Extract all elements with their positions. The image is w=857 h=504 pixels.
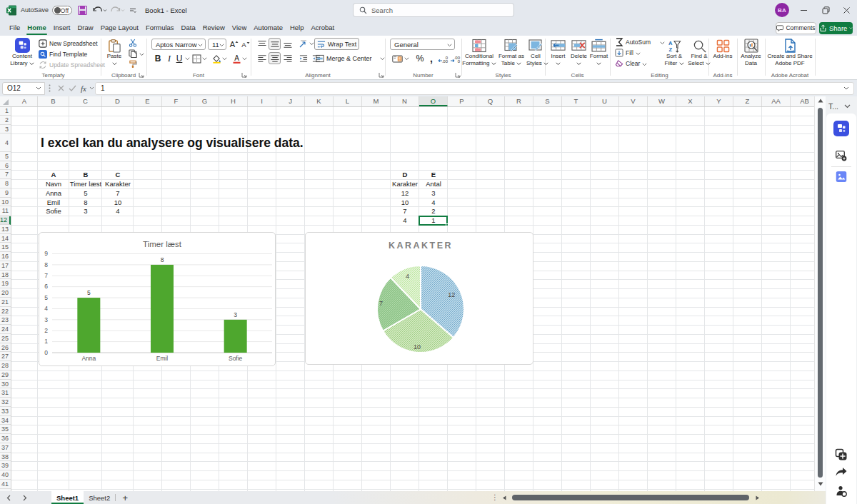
fill-color-button-chevron-icon[interactable] [221,53,228,64]
align-bottom-button[interactable] [281,38,294,50]
row-header-40[interactable]: 40 [0,471,11,480]
row-header-34[interactable]: 34 [0,417,11,425]
create-share-adobe-pdf-button[interactable]: Create and ShareAdobe PDF [756,37,824,67]
row-header-6[interactable]: 6 [0,162,11,171]
row-header-1[interactable]: 1 [0,107,11,116]
cell-C11[interactable]: 3 [69,207,102,216]
clear-button[interactable]: Clear [615,59,647,68]
scroll-down-icon[interactable] [818,482,823,486]
underline-button[interactable]: U [174,53,184,64]
sheet-tab-sheet2[interactable]: Sheet2 [84,491,115,504]
column-header-A[interactable]: A [11,96,38,106]
ribbon-tab-page-layout[interactable]: Page Layout [97,20,142,36]
add-ins-button[interactable]: Add-ins [709,37,736,60]
font-name-select[interactable]: Aptos Narrow [151,39,206,50]
copy-add-icon[interactable] [835,448,848,461]
ribbon-tab-help[interactable]: Help [286,20,308,36]
row-header-30[interactable]: 30 [0,380,11,389]
vertical-scrollbar-thumb[interactable] [818,108,823,478]
ribbon-tab-review[interactable]: Review [199,20,229,36]
increase-decimal-button[interactable]: 0.00 [437,53,448,64]
align-center-button[interactable] [269,52,281,64]
row-header-8[interactable]: 8 [0,180,11,188]
row-header-12[interactable]: 12 [0,216,11,225]
account-avatar[interactable]: BA [775,3,789,17]
insert-cells-button[interactable]: Insert [548,37,568,67]
enter-entry-icon[interactable] [68,82,77,95]
column-header-U[interactable]: U [591,96,619,106]
row-header-35[interactable]: 35 [0,425,11,434]
cell-O9[interactable]: 3 [419,189,448,198]
horizontal-scrollbar[interactable] [502,493,816,503]
tab-scroll-split-handle[interactable]: ⋮ [491,493,498,501]
cell-B7[interactable]: A [38,171,69,180]
cut-button[interactable] [129,39,137,47]
column-header-G[interactable]: G [191,96,219,106]
column-header-AB[interactable]: AB [791,96,814,106]
templafy-panel-icon[interactable] [833,121,849,136]
row-header-25[interactable]: 25 [0,335,11,343]
close-button[interactable] [836,0,857,20]
font-color-button[interactable]: A [231,53,241,64]
cell-D10[interactable]: 10 [102,198,134,208]
column-header-K[interactable]: K [305,96,334,106]
font-size-chevron-icon[interactable] [219,41,224,49]
name-box-drag-handle[interactable] [49,82,51,95]
decrease-decimal-button[interactable]: .000 [449,53,461,64]
customize-quick-access-toolbar-button[interactable] [129,7,136,14]
image-placeholder-icon[interactable] [836,171,847,182]
expand-formula-bar-icon[interactable] [843,82,849,95]
align-right-button[interactable] [281,52,294,64]
ribbon-tab-data[interactable]: Data [178,20,199,36]
autosum-button[interactable]: AutoSum [615,38,665,46]
column-header-AA[interactable]: AA [762,96,791,106]
comments-button[interactable]: Comments [776,22,816,35]
align-middle-button[interactable] [269,38,281,50]
ribbon-tab-formulas[interactable]: Formulas [142,20,178,36]
column-header-H[interactable]: H [219,96,248,106]
column-header-P[interactable]: P [448,96,476,106]
cell-N8[interactable]: Karakter [391,180,419,189]
row-header-29[interactable]: 29 [0,371,11,380]
scroll-left-icon[interactable] [502,495,506,500]
share-button[interactable]: Share [819,22,853,35]
column-header-M[interactable]: M [362,96,391,106]
row-header-11[interactable]: 11 [0,207,11,216]
cell-B11[interactable]: Sofie [38,207,69,216]
wrap-text-button[interactable]: Wrap Text [314,38,359,50]
column-header-C[interactable]: C [69,96,102,106]
paste-button[interactable]: Paste [103,37,126,67]
function-chevron-icon[interactable] [89,82,95,95]
undo-button[interactable] [92,6,107,15]
cell-D11[interactable]: 4 [102,207,134,216]
merge-center-chevron-icon[interactable] [380,55,385,62]
share-forward-icon[interactable] [836,467,848,477]
accounting-format-button[interactable] [391,53,403,64]
conditional-formatting-button[interactable]: ConditionalFormatting [462,37,496,67]
restore-button[interactable] [815,0,836,20]
delete-cells-button[interactable]: Delete [569,37,588,67]
row-header-27[interactable]: 27 [0,353,11,361]
accounting-chevron-icon[interactable] [404,53,410,64]
cell-N10[interactable]: 10 [391,198,419,208]
column-header-D[interactable]: D [102,96,134,106]
ribbon-tab-insert[interactable]: Insert [50,20,74,36]
row-header-17[interactable]: 17 [0,262,11,271]
row-header-13[interactable]: 13 [0,226,11,234]
pie-chart[interactable]: KARAKTER121074 [305,232,533,365]
fill-color-button[interactable] [211,53,221,64]
cell-D8[interactable]: Karakter [102,180,134,189]
row-header-9[interactable]: 9 [0,189,11,198]
row-header-23[interactable]: 23 [0,316,11,325]
cell-N11[interactable]: 7 [391,207,419,216]
column-header-Z[interactable]: Z [733,96,762,106]
ribbon-tab-file[interactable]: File [6,20,24,36]
column-header-S[interactable]: S [533,96,562,106]
column-header-T[interactable]: T [562,96,591,106]
row-header-2[interactable]: 2 [0,116,11,125]
borders-button-chevron-icon[interactable] [201,53,208,64]
row-header-4[interactable]: 4 [0,134,11,152]
row-header-37[interactable]: 37 [0,444,11,453]
row-header-28[interactable]: 28 [0,362,11,371]
new-spreadsheet-button[interactable]: New Spreadsheet [39,39,98,48]
